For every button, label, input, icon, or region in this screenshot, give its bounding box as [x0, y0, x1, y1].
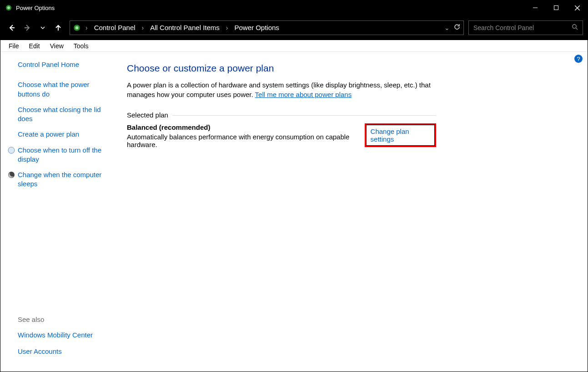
- search-box[interactable]: [468, 20, 583, 35]
- shield-icon: [8, 147, 15, 154]
- plan-description: Automatically balances performance with …: [127, 133, 365, 148]
- see-also-mobility-center[interactable]: Windows Mobility Center: [18, 331, 108, 340]
- sidebar-link-closing-lid[interactable]: Choose what closing the lid does: [18, 105, 108, 124]
- breadcrumb-item[interactable]: Control Panel: [92, 24, 137, 31]
- window-title: Power Options: [16, 5, 55, 11]
- up-button[interactable]: [51, 21, 65, 35]
- power-options-icon: [73, 24, 81, 32]
- svg-point-1: [7, 6, 10, 9]
- sidebar-link-computer-sleeps[interactable]: Change when the computer sleeps: [18, 170, 108, 189]
- menu-edit[interactable]: Edit: [25, 41, 45, 51]
- svg-point-13: [8, 147, 15, 153]
- content-area: Control Panel Home Choose what the power…: [0, 52, 588, 372]
- page-title: Choose or customize a power plan: [127, 63, 436, 74]
- menu-file[interactable]: File: [4, 41, 24, 51]
- svg-point-11: [573, 25, 576, 28]
- search-input[interactable]: [473, 24, 572, 31]
- control-panel-home-link[interactable]: Control Panel Home: [18, 60, 108, 69]
- learn-more-link[interactable]: Tell me more about power plans: [255, 91, 352, 98]
- see-also-user-accounts[interactable]: User Accounts: [18, 347, 108, 356]
- selected-plan-label: Selected plan: [127, 111, 436, 119]
- menu-tools[interactable]: Tools: [69, 41, 93, 51]
- menu-bar: File Edit View Tools: [0, 40, 588, 52]
- see-also-label: See also: [18, 316, 108, 323]
- breadcrumb-item[interactable]: Power Options: [232, 24, 281, 31]
- svg-line-12: [576, 28, 578, 30]
- sidebar-link-create-plan[interactable]: Create a power plan: [18, 130, 108, 139]
- maximize-button[interactable]: [546, 0, 567, 15]
- back-button[interactable]: [5, 21, 19, 35]
- svg-point-10: [75, 26, 79, 29]
- moon-icon: [8, 171, 15, 178]
- svg-rect-3: [554, 6, 558, 10]
- close-button[interactable]: [567, 0, 588, 15]
- chevron-right-icon[interactable]: ›: [140, 24, 146, 31]
- refresh-icon[interactable]: [453, 23, 461, 32]
- power-options-icon: [5, 4, 12, 11]
- plan-name: Balanced (recommended): [127, 123, 365, 131]
- search-icon[interactable]: [572, 24, 578, 31]
- recent-locations-button[interactable]: [36, 21, 50, 35]
- sidebar-link-turn-off-display[interactable]: Choose when to turn off the display: [18, 146, 108, 164]
- sidebar: Control Panel Home Choose what the power…: [0, 52, 118, 372]
- menu-view[interactable]: View: [45, 41, 68, 51]
- titlebar: Power Options: [0, 0, 588, 15]
- forward-button[interactable]: [20, 21, 34, 35]
- breadcrumb-item[interactable]: All Control Panel Items: [148, 24, 221, 31]
- chevron-right-icon[interactable]: ›: [84, 24, 90, 31]
- navbar: › Control Panel › All Control Panel Item…: [0, 15, 588, 40]
- sidebar-link-power-buttons[interactable]: Choose what the power buttons do: [18, 80, 108, 99]
- address-bar[interactable]: › Control Panel › All Control Panel Item…: [70, 20, 464, 35]
- chevron-right-icon[interactable]: ›: [224, 24, 230, 31]
- change-plan-settings-link[interactable]: Change plan settings: [365, 123, 436, 147]
- page-description: A power plan is a collection of hardware…: [127, 80, 436, 99]
- chevron-down-icon[interactable]: ⌄: [444, 24, 450, 31]
- minimize-button[interactable]: [525, 0, 546, 15]
- main-panel: Choose or customize a power plan A power…: [118, 52, 454, 372]
